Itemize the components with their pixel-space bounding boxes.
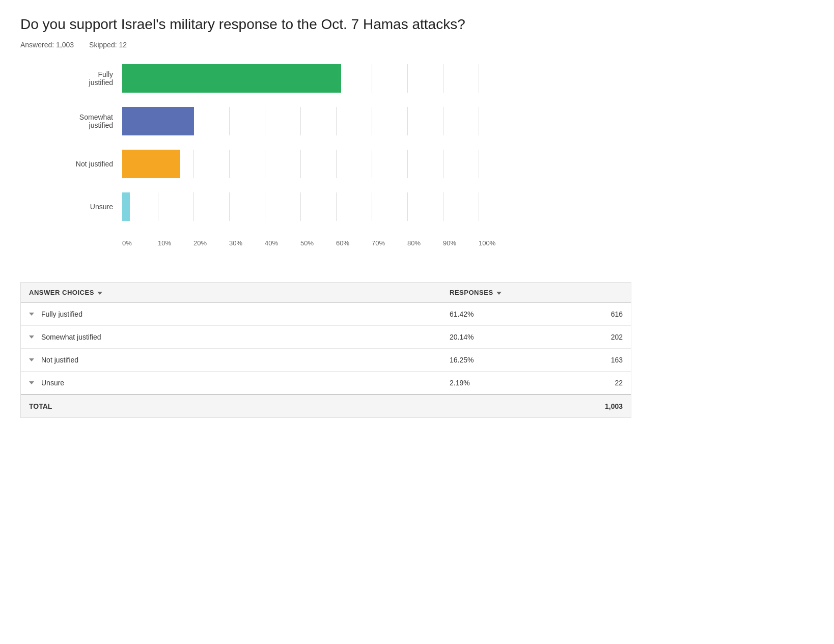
response-percent: 20.14% [450, 333, 474, 341]
x-tick: 100% [479, 239, 495, 247]
bar-fill [122, 64, 341, 93]
bar-label: Somewhatjustified [20, 113, 122, 129]
answer-cell: Somewhat justified [29, 333, 450, 341]
bar-row: Not justified [20, 150, 519, 178]
col-responses-header: RESPONSES [450, 289, 623, 296]
data-table: ANSWER CHOICES RESPONSES Fully justified… [20, 282, 631, 418]
response-count: 22 [615, 379, 623, 387]
grid-line [479, 192, 479, 221]
total-label: TOTAL [29, 402, 450, 410]
responses-cell: 16.25% 163 [450, 356, 623, 364]
response-count: 163 [611, 356, 623, 364]
x-tick: 30% [229, 239, 242, 247]
meta-stats: Answered: 1,003 Skipped: 12 [20, 41, 814, 49]
grid-line [443, 150, 443, 178]
grid-line [336, 107, 337, 135]
grid-line [407, 150, 408, 178]
grid-line [336, 150, 337, 178]
skipped-stat: Skipped: 12 [89, 41, 127, 49]
col-answer-header: ANSWER CHOICES [29, 289, 450, 296]
x-tick: 90% [443, 239, 456, 247]
grid-line [193, 150, 194, 178]
response-count: 616 [611, 310, 623, 318]
table-row: Not justified 16.25% 163 [21, 349, 631, 372]
grid-line [443, 192, 443, 221]
x-tick: 50% [300, 239, 314, 247]
responses-cell: 20.14% 202 [450, 333, 623, 341]
grid-line [229, 107, 230, 135]
response-percent: 2.19% [450, 379, 470, 387]
x-tick: 0% [122, 239, 132, 247]
chart-area: FullyjustifiedSomewhatjustifiedNot justi… [20, 64, 519, 235]
bar-track [122, 107, 519, 135]
responses-cell: 61.42% 616 [450, 310, 623, 318]
grid-line [372, 150, 372, 178]
grid-line [443, 64, 443, 93]
grid-line [479, 150, 479, 178]
grid-line [265, 192, 265, 221]
table-header: ANSWER CHOICES RESPONSES [21, 283, 631, 303]
chevron-icon[interactable] [29, 381, 34, 384]
answer-cell: Fully justified [29, 310, 450, 318]
bar-track [122, 192, 519, 221]
grid-line [336, 192, 337, 221]
bar-label: Not justified [20, 160, 122, 168]
chevron-icon[interactable] [29, 358, 34, 361]
x-tick: 10% [158, 239, 171, 247]
chevron-icon[interactable] [29, 313, 34, 316]
grid-line [265, 107, 265, 135]
grid-line [443, 107, 443, 135]
bar-row: Somewhatjustified [20, 107, 519, 135]
bar-label: Fullyjustified [20, 70, 122, 87]
grid-line [372, 64, 372, 93]
answer-label: Not justified [41, 356, 78, 364]
question-title: Do you support Israel's military respons… [20, 15, 814, 34]
bar-fill [122, 192, 130, 221]
response-count: 202 [611, 333, 623, 341]
answer-label: Fully justified [41, 310, 82, 318]
grid-line [229, 192, 230, 221]
grid-line [407, 192, 408, 221]
responses-cell: 2.19% 22 [450, 379, 623, 387]
chevron-icon[interactable] [29, 335, 34, 339]
x-tick: 80% [407, 239, 421, 247]
grid-line [407, 107, 408, 135]
grid-line [479, 64, 479, 93]
bar-label: Unsure [20, 203, 122, 211]
x-tick: 70% [372, 239, 385, 247]
bar-track [122, 64, 519, 93]
grid-line [158, 192, 158, 221]
chart-container: FullyjustifiedSomewhatjustifiedNot justi… [20, 64, 519, 251]
grid-line [479, 107, 479, 135]
grid-line [300, 107, 301, 135]
bar-row: Unsure [20, 192, 519, 221]
answer-label: Unsure [41, 379, 64, 387]
grid-line [300, 150, 301, 178]
sort-icon-answers[interactable] [97, 292, 102, 295]
grid-line [407, 64, 408, 93]
answer-label: Somewhat justified [41, 333, 101, 341]
bar-row: Fullyjustified [20, 64, 519, 93]
table-row: Somewhat justified 20.14% 202 [21, 326, 631, 349]
response-percent: 61.42% [450, 310, 474, 318]
x-axis: 0%10%20%30%40%50%60%70%80%90%100% [122, 239, 479, 251]
table-row: Unsure 2.19% 22 [21, 372, 631, 394]
answer-cell: Unsure [29, 379, 450, 387]
x-tick: 40% [265, 239, 278, 247]
bar-track [122, 150, 519, 178]
response-percent: 16.25% [450, 356, 474, 364]
x-tick: 20% [193, 239, 207, 247]
grid-line [265, 150, 265, 178]
answer-cell: Not justified [29, 356, 450, 364]
total-row: TOTAL 1,003 [21, 394, 631, 417]
table-row: Fully justified 61.42% 616 [21, 303, 631, 326]
grid-line [372, 192, 372, 221]
x-tick: 60% [336, 239, 349, 247]
table-body: Fully justified 61.42% 616 Somewhat just… [21, 303, 631, 394]
grid-line [372, 107, 372, 135]
grid-line [193, 192, 194, 221]
total-count: 1,003 [450, 402, 623, 410]
answered-stat: Answered: 1,003 [20, 41, 74, 49]
sort-icon-responses[interactable] [496, 292, 502, 295]
grid-line [300, 192, 301, 221]
